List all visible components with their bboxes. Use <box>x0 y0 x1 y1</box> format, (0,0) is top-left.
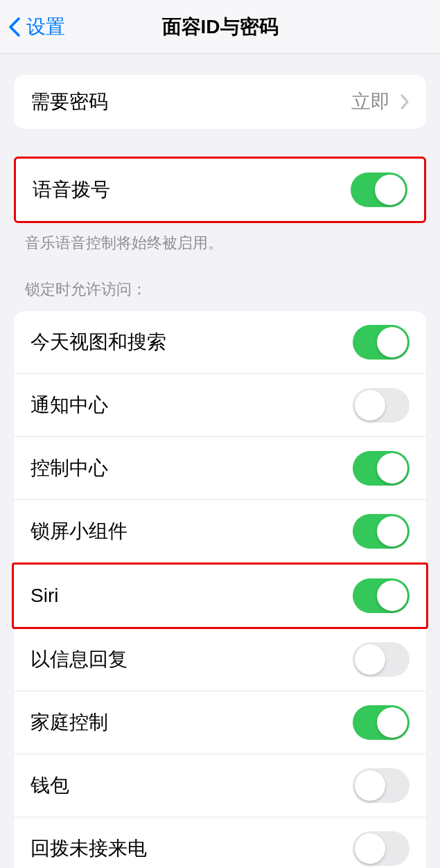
locked-access-row: 锁屏小组件 <box>14 500 426 563</box>
locked-access-row: Siri <box>14 565 426 627</box>
siri-highlight-box: Siri <box>12 563 428 629</box>
locked-access-label: 钱包 <box>30 772 69 799</box>
locked-access-label: 通知中心 <box>30 392 108 418</box>
locked-access-row: 以信息回复 <box>14 628 426 691</box>
locked-access-row: 控制中心 <box>14 437 426 500</box>
locked-access-label: 家庭控制 <box>30 709 108 736</box>
locked-access-toggle[interactable] <box>353 642 410 677</box>
chevron-right-icon <box>400 94 410 110</box>
locked-access-row: 今天视图和搜索 <box>14 311 426 374</box>
locked-access-toggle[interactable] <box>353 768 410 803</box>
locked-access-toggle[interactable] <box>353 451 410 486</box>
locked-access-label: 以信息回复 <box>30 646 127 673</box>
locked-access-toggle[interactable] <box>353 705 410 740</box>
locked-access-label: 回拨未接来电 <box>30 835 147 862</box>
voice-dial-label: 语音拨号 <box>33 177 110 203</box>
voice-dial-footer: 音乐语音控制将始终被启用。 <box>0 223 440 254</box>
voice-dial-group: 语音拨号 <box>14 157 426 223</box>
locked-access-row: 通知中心 <box>14 374 426 437</box>
voice-dial-row: 语音拨号 <box>16 159 424 221</box>
locked-access-toggle[interactable] <box>353 388 410 423</box>
locked-access-row: 回拨未接来电 <box>14 817 426 868</box>
locked-access-toggle[interactable] <box>353 578 410 613</box>
back-label: 设置 <box>26 14 65 40</box>
back-button[interactable]: 设置 <box>0 14 65 40</box>
locked-access-toggle[interactable] <box>353 831 410 866</box>
require-passcode-value: 立即 <box>351 89 410 115</box>
locked-access-header: 锁定时允许访问： <box>0 254 440 307</box>
chevron-left-icon <box>8 17 21 37</box>
locked-access-label: Siri <box>30 585 58 607</box>
locked-access-toggle[interactable] <box>353 514 410 549</box>
locked-access-toggle[interactable] <box>353 325 410 360</box>
locked-access-label: 锁屏小组件 <box>30 518 127 544</box>
locked-access-row: 钱包 <box>14 754 426 817</box>
locked-access-row: 家庭控制 <box>14 691 426 754</box>
voice-dial-toggle[interactable] <box>351 172 407 207</box>
locked-access-label: 今天视图和搜索 <box>30 329 166 355</box>
require-passcode-label: 需要密码 <box>30 89 108 115</box>
locked-access-label: 控制中心 <box>30 455 108 481</box>
nav-header: 设置 面容ID与密码 <box>0 0 440 54</box>
require-passcode-row[interactable]: 需要密码 立即 <box>14 75 426 129</box>
page-title: 面容ID与密码 <box>162 14 279 40</box>
passcode-group: 需要密码 立即 <box>14 75 426 129</box>
locked-access-group: 今天视图和搜索通知中心控制中心锁屏小组件Siri以信息回复家庭控制钱包回拨未接来… <box>14 311 426 868</box>
